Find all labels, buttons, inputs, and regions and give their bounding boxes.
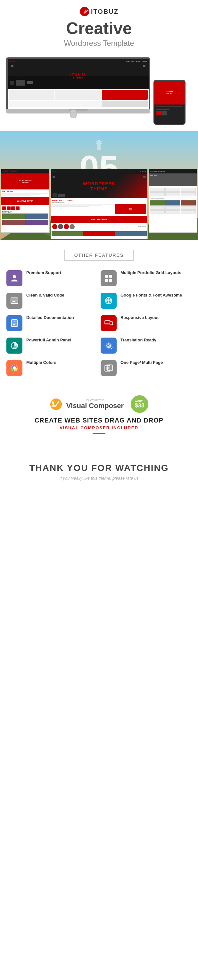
features-badge: OTHER FEATURES: [64, 250, 134, 261]
vc-for-label: for WordPress: [67, 398, 124, 402]
vc-divider: [93, 433, 105, 434]
page-subtitle: Wordpress Template: [3, 39, 195, 48]
feature-page-types: One Page/ Multi Page: [101, 360, 192, 376]
svg-rect-7: [105, 279, 108, 282]
feature-title: Responsive Layout: [120, 315, 158, 320]
logo-container: 𝒯 ITOBUZ: [3, 6, 195, 17]
vc-main-label: Visual Composer: [67, 402, 124, 410]
features-section: OTHER FEATURES Premium Support: [0, 240, 198, 386]
code-icon: [10, 296, 19, 305]
page-types-icon: [101, 360, 117, 376]
features-grid: Premium Support Multiple Portfolio Grid …: [6, 270, 192, 376]
feature-title: Premium Support: [26, 270, 61, 275]
feature-translation: Translation Ready: [101, 337, 192, 353]
brand-logo-icon: 𝒯: [79, 6, 90, 17]
laptop-screen: ITOBUZ HOME ABOUT WORK CONTACT: [6, 57, 150, 109]
feature-admin-panel: Powerfull Admin Panel: [6, 337, 97, 353]
feature-google-fonts: Google Fonts & Font Awesome: [101, 293, 192, 309]
visual-composer-section: for WordPress Visual Composer WORTH $33 …: [0, 386, 198, 453]
page-title: Creative: [3, 19, 195, 38]
feature-title: One Page/ Multi Page: [120, 360, 163, 365]
svg-point-37: [50, 398, 62, 410]
features-title-container: OTHER FEATURES: [6, 250, 192, 261]
preview-center: ITOBUZ WORDPRESS THEME: [51, 169, 148, 239]
translation-icon-svg: [104, 341, 113, 350]
feature-premium-support: Premium Support: [6, 270, 97, 286]
documentation-icon: [6, 315, 22, 331]
feature-colors: Multiple Colors: [6, 360, 97, 376]
feature-title: Detailed Documentation: [26, 315, 74, 320]
svg-point-4: [13, 275, 16, 278]
svg-point-31: [13, 366, 16, 370]
preview-right: LOREM IPSUM CLIENTS CLIENTS LOREM IPSUM …: [149, 169, 197, 233]
mouse-graphic: [70, 109, 76, 118]
vc-text-block: for WordPress Visual Composer: [67, 398, 124, 410]
device-mockup-section: ITOBUZ HOME ABOUT WORK CONTACT: [0, 51, 198, 131]
thankyou-title: THANK YOU FOR WATCHING: [6, 463, 192, 473]
responsive-device-icon: [104, 319, 113, 328]
worth-badge: WORTH $33: [131, 395, 148, 413]
feature-portfolio-grid: Multiple Portfolio Grid Layouts: [101, 270, 192, 286]
premium-support-icon: [6, 270, 22, 286]
svg-rect-9: [11, 298, 18, 304]
feature-clean-code: Clean & Valid Code: [6, 293, 97, 309]
header-section: 𝒯 ITOBUZ Creative Wordpress Template: [0, 0, 198, 51]
feature-documentation-text: Detailed Documentation: [26, 315, 74, 321]
thankyou-subtitle: If you Really like this theme, please ra…: [6, 476, 192, 480]
pie-chart-icon: [10, 341, 19, 350]
hero-banner: 05 CREATIVE LAYOUT: [0, 131, 198, 240]
portfolio-grid-icon: [101, 270, 117, 286]
translation-icon: [101, 337, 117, 353]
svg-rect-5: [105, 275, 108, 278]
vc-included-label: VISUAL COMPOSER INCLUDED: [6, 425, 192, 430]
feature-title: Google Fonts & Font Awesome: [120, 293, 182, 298]
feature-responsive-text: Responsive Layout: [120, 315, 158, 321]
person-icon: [10, 274, 19, 283]
feature-translation-text: Translation Ready: [120, 337, 156, 343]
feature-clean-code-text: Clean & Valid Code: [26, 293, 64, 298]
vc-logo-icon: [50, 398, 62, 410]
feature-title: Clean & Valid Code: [26, 293, 64, 298]
google-fonts-icon: [101, 293, 117, 309]
document-icon: [10, 319, 19, 328]
tablet-frame: ITOBUZ THEME: [154, 80, 185, 125]
feature-page-types-text: One Page/ Multi Page: [120, 360, 163, 366]
feature-title: Powerfull Admin Panel: [26, 337, 71, 342]
vc-drag-drop-title: CREATE WEB SITES DRAG AND DROP: [6, 417, 192, 424]
feature-title: Multiple Portfolio Grid Layouts: [120, 270, 181, 275]
feature-portfolio-grid-text: Multiple Portfolio Grid Layouts: [120, 270, 181, 276]
svg-rect-33: [107, 365, 112, 371]
clean-code-icon: [6, 293, 22, 309]
preview-left: CREATIVE AGENCY WORDPRESSTHEME WHO WE AR…: [1, 169, 50, 233]
svg-rect-8: [109, 279, 112, 282]
feature-google-fonts-text: Google Fonts & Font Awesome: [120, 293, 182, 298]
laptop-base: [6, 109, 150, 113]
feature-premium-support-text: Premium Support: [26, 270, 61, 276]
worth-amount: $33: [135, 402, 144, 409]
feature-admin-panel-text: Powerfull Admin Panel: [26, 337, 71, 343]
responsive-icon: [101, 315, 117, 331]
multipage-icon: [104, 364, 113, 372]
feature-title: Multiple Colors: [26, 360, 56, 365]
colors-icon: [6, 360, 22, 376]
grid-icon: [104, 274, 113, 283]
svg-point-38: [52, 401, 54, 404]
feature-responsive: Responsive Layout: [101, 315, 192, 331]
feature-colors-text: Multiple Colors: [26, 360, 56, 366]
brand-name: ITOBUZ: [91, 8, 119, 15]
vc-logo: [50, 398, 62, 410]
thankyou-section: THANK YOU FOR WATCHING If you Really lik…: [0, 453, 198, 493]
font-icon: [104, 296, 113, 305]
color-wheel-icon: [10, 364, 19, 372]
feature-title: Translation Ready: [120, 337, 156, 342]
svg-rect-6: [109, 275, 112, 278]
feature-documentation: Detailed Documentation: [6, 315, 97, 331]
admin-panel-icon: [6, 337, 22, 353]
svg-point-39: [52, 404, 54, 407]
